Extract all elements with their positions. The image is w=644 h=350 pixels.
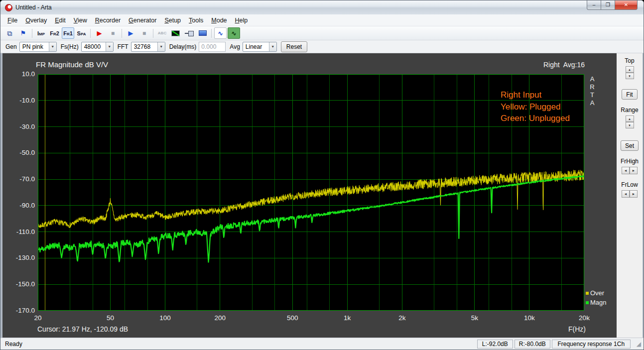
noise-generator-button[interactable]: ∿ [228, 27, 240, 39]
signal-generator-button[interactable]: ∿ [214, 27, 227, 39]
chevron-down-icon[interactable]: ▼ [269, 42, 276, 51]
avg-label: Avg [230, 43, 240, 50]
y-tick-label: 10.0 [2, 70, 35, 78]
spell-abc-button[interactable]: ABC [156, 27, 168, 39]
window-controls: – ❐ ✕ [587, 0, 638, 10]
flag-icon: ⚑ [20, 30, 26, 36]
toolbar-separator [90, 29, 91, 38]
top-spinner: ▲ ▼ [626, 66, 634, 79]
x-tick-label: 500 [280, 314, 305, 322]
main-toolbar: ⧉ ⚑ Imp Fr2 Fr1 Spa ▶ ■ ▶ ■ ABC ∿ ∿ [0, 26, 644, 40]
menu-overlay[interactable]: Overlay [21, 15, 51, 26]
chevron-down-icon[interactable]: ▼ [157, 42, 165, 51]
copy-icon: ⧉ [7, 30, 12, 37]
record-stop-button[interactable]: ■ [107, 27, 119, 39]
frlow-right-button[interactable]: ► [630, 190, 638, 198]
resize-grip[interactable]: ◢ [637, 341, 641, 347]
top-label: Top [625, 57, 634, 64]
x-tick-label: 2k [389, 314, 414, 322]
fit-button[interactable]: Fit [622, 89, 637, 100]
frhigh-spinner: ◄ ► [622, 167, 638, 174]
y-tick-label: -70.0 [2, 175, 35, 183]
annotation-line: Yellow: Plugged [501, 101, 570, 113]
menu-edit[interactable]: Edit [51, 15, 70, 26]
maximize-button[interactable]: ❐ [601, 0, 615, 10]
fr1-mode-button[interactable]: Fr1 [62, 27, 74, 39]
range-up-button[interactable]: ▲ [626, 116, 634, 122]
menu-view[interactable]: View [70, 15, 91, 26]
annotation-line: Green: Unplugged [501, 113, 570, 124]
play-icon: ▶ [129, 30, 133, 36]
fr1-label: Fr1 [63, 30, 73, 36]
chart-panel: FR Magnitude dB V/V Right Avg:16 ARTA Ri… [2, 53, 617, 339]
magn-swatch [586, 301, 589, 304]
x-tick-label: 10k [517, 314, 542, 322]
overlay-flag-button[interactable]: ⚑ [17, 27, 29, 39]
x-axis-label: F(Hz) [568, 325, 586, 333]
menu-generator[interactable]: Generator [125, 15, 160, 26]
spa-label: Spa [77, 30, 86, 36]
menu-mode[interactable]: Mode [207, 15, 231, 26]
y-tick-label: -50.0 [2, 149, 35, 156]
fft-combobox[interactable]: 32768 ▼ [131, 42, 165, 52]
left-level-cell: L:-92.0dB [477, 340, 513, 349]
imp-label: Imp [37, 30, 45, 36]
range-down-button[interactable]: ▼ [626, 122, 634, 128]
menu-recorder[interactable]: Recorder [91, 15, 125, 26]
record-button[interactable]: ▶ [93, 27, 106, 39]
mode-cell: Frequency response 1Ch [552, 340, 631, 349]
fs-value: 48000 [82, 43, 106, 50]
fr2-mode-button[interactable]: Fr2 [48, 27, 61, 39]
frhigh-right-button[interactable]: ► [630, 167, 638, 174]
connection-button[interactable] [183, 27, 195, 39]
toolbar-separator [153, 29, 153, 38]
fs-combobox[interactable]: 48000 ▼ [81, 42, 114, 52]
frlow-label: FrLow [621, 181, 638, 188]
record-stop-icon: ■ [111, 30, 115, 36]
copy-button[interactable]: ⧉ [3, 27, 16, 39]
y-tick-label: -130.0 [2, 254, 35, 261]
scope-view-button[interactable] [169, 27, 182, 39]
chart-title: FR Magnitude dB V/V [36, 60, 108, 69]
reset-button[interactable]: Reset [281, 41, 307, 52]
menu-setup[interactable]: Setup [160, 15, 185, 26]
play-button[interactable]: ▶ [125, 27, 137, 39]
stop-button[interactable]: ■ [138, 27, 150, 39]
toolbar-separator [32, 29, 32, 38]
imp-mode-button[interactable]: Imp [35, 27, 47, 39]
top-down-button[interactable]: ▼ [626, 73, 634, 79]
delay-label: Delay(ms) [169, 43, 197, 50]
status-bar: Ready L:-92.0dB R:-80.0dB Frequency resp… [0, 338, 644, 350]
sine-wave-icon: ∿ [218, 30, 223, 36]
top-up-button[interactable]: ▲ [626, 66, 634, 73]
legend-label: Magn [590, 299, 607, 306]
chevron-down-icon[interactable]: ▼ [49, 42, 56, 51]
menu-help[interactable]: Help [231, 15, 252, 26]
x-tick-label: 5k [462, 314, 487, 322]
arta-window: Untitled - Arta – ❐ ✕ File Overlay Edit … [0, 0, 644, 350]
arta-watermark: ARTA [589, 75, 596, 107]
chart-legend: Over Magn [586, 288, 607, 307]
menu-tools[interactable]: Tools [185, 15, 207, 26]
gen-combobox[interactable]: PN pink ▼ [19, 42, 57, 52]
window-title: Untitled - Arta [15, 4, 52, 11]
minimize-button[interactable]: – [587, 0, 601, 10]
y-tick-label: -30.0 [2, 123, 35, 130]
scope-icon [171, 30, 180, 36]
app-icon [5, 4, 12, 11]
frhigh-left-button[interactable]: ◄ [622, 167, 630, 174]
side-panel: Top ▲ ▼ Fit Range ▲ ▼ Set FrHigh ◄ ► FrL… [617, 53, 643, 339]
stop-icon: ■ [142, 30, 146, 36]
avg-combobox[interactable]: Linear ▼ [243, 42, 277, 52]
chevron-down-icon[interactable]: ▼ [106, 42, 113, 51]
channel-avg-label: Right Avg:16 [543, 61, 585, 69]
set-button[interactable]: Set [621, 140, 639, 151]
level-meter-button[interactable] [196, 27, 209, 39]
menu-file[interactable]: File [3, 15, 21, 26]
frhigh-label: FrHigh [621, 158, 639, 165]
spa-mode-button[interactable]: Spa [75, 27, 88, 39]
close-button[interactable]: ✕ [615, 0, 638, 10]
title-bar[interactable]: Untitled - Arta – ❐ ✕ [0, 0, 644, 14]
frlow-left-button[interactable]: ◄ [622, 190, 630, 198]
x-tick-label: 20 [25, 314, 50, 322]
